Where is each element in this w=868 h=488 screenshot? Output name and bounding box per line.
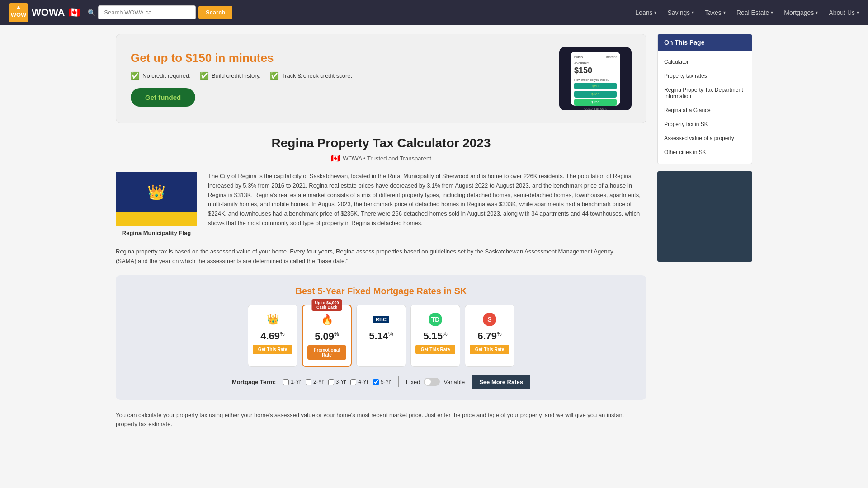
term-2yr-checkbox[interactable] (306, 379, 311, 385)
sidebar-link-assessed-value[interactable]: Assessed value of a property (658, 131, 752, 145)
mortgage-cards: 👑 4.69% Get This Rate Up to $4,000Cash B… (128, 305, 634, 367)
get-rate-button[interactable]: Get This Rate (470, 345, 509, 354)
ad-feature-2: ✅ Build credit history. (200, 71, 261, 80)
chevron-down-icon: ▾ (692, 10, 694, 15)
get-funded-button[interactable]: Get funded (131, 88, 195, 107)
ad-feature-label: No credit required. (142, 72, 191, 79)
page-title: Regina Property Tax Calculator 2023 (116, 136, 646, 150)
nav-mortgages[interactable]: Mortgages ▾ (784, 9, 818, 16)
get-rate-button[interactable]: Get This Rate (415, 345, 455, 354)
intro-text: The City of Regina is the capital city o… (208, 172, 646, 228)
mortgage-card-rbc: RBC 5.14% (356, 305, 406, 367)
lender-logo: 👑 (253, 311, 292, 328)
mortgage-term-highlight: 5-Year Fixed (317, 286, 371, 296)
check-icon: ✅ (270, 71, 279, 80)
canada-flag-icon: 🇨🇦 (331, 154, 340, 163)
crown-icon: 👑 (147, 183, 165, 201)
search-input[interactable] (98, 5, 196, 19)
crown-icon: 👑 (267, 314, 279, 325)
ad-headline: Get up to $150 in minutes (131, 51, 352, 65)
ad-banner-text: Get up to $150 in minutes ✅ No credit re… (131, 51, 352, 107)
fixed-label: Fixed (406, 379, 420, 385)
rate-value: 5.15% (415, 330, 455, 342)
ad-feature-1: ✅ No credit required. (131, 71, 191, 80)
mortgage-section: Best 5-Year Fixed Mortgage Rates in SK 👑… (116, 275, 646, 400)
check-icon: ✅ (200, 71, 209, 80)
nav-about[interactable]: About Us ▾ (829, 9, 859, 16)
toggle-knob (425, 379, 431, 385)
term-2yr[interactable]: 2-Yr (306, 379, 324, 385)
on-this-page-header: On This Page (658, 34, 752, 51)
chevron-down-icon: ▾ (771, 10, 773, 15)
logo-text: WOWA (32, 7, 65, 19)
check-icon: ✅ (131, 71, 140, 80)
lender-logo: RBC (361, 311, 401, 328)
chevron-down-icon: ▾ (857, 10, 859, 15)
sidebar-link-property-tax-rates[interactable]: Property tax rates (658, 69, 752, 83)
on-this-page-links: Calculator Property tax rates Regina Pro… (658, 51, 752, 164)
lender-logo: TD (415, 311, 455, 328)
ad-feature-label: Build credit history. (212, 72, 261, 79)
rate-sup: % (497, 330, 502, 337)
lender-logo: 🔥 (307, 312, 346, 328)
rate-sup: % (334, 331, 339, 337)
sidebar-link-other-cities[interactable]: Other cities in SK (658, 145, 752, 159)
term-3yr[interactable]: 3-Yr (328, 379, 346, 385)
chevron-down-icon: ▾ (723, 10, 726, 15)
sidebar-link-property-tax-sk[interactable]: Property tax in SK (658, 117, 752, 131)
ad-feature-label: Track & check credit score. (282, 72, 352, 79)
svg-text:WOW: WOW (11, 11, 27, 18)
rate-value: 4.69% (253, 330, 292, 342)
calc-description: You can calculate your property tax usin… (116, 411, 646, 430)
intro-section: 👑 Regina Municipality Flag The City of R… (116, 172, 646, 236)
on-this-page: On This Page Calculator Property tax rat… (657, 34, 752, 164)
nav-loans[interactable]: Loans ▾ (635, 9, 656, 16)
sidebar-link-glance[interactable]: Regina at a Glance (658, 103, 752, 117)
rate-toggle: Fixed Variable (406, 378, 465, 386)
term-5yr[interactable]: 5-Yr (373, 379, 391, 385)
search-icon: 🔍 (88, 9, 95, 16)
page-container: Get up to $150 in minutes ✅ No credit re… (108, 25, 760, 438)
mortgage-card-fire: Up to $4,000Cash Back 🔥 5.09% Promotiona… (302, 305, 352, 367)
tax-note: Regina property tax is based on the asse… (116, 247, 646, 266)
s-logo: S (483, 313, 496, 326)
term-4yr-checkbox[interactable] (350, 379, 356, 385)
term-1yr[interactable]: 1-Yr (283, 379, 301, 385)
site-logo[interactable]: WOW WOWA 🇨🇦 (9, 3, 80, 22)
ad-feature-3: ✅ Track & check credit score. (270, 71, 352, 80)
nav-savings[interactable]: Savings ▾ (667, 9, 694, 16)
canada-flag-icon: 🇨🇦 (68, 7, 80, 19)
trusted-text: WOWA • Trusted and Transparent (343, 155, 431, 162)
term-1yr-checkbox[interactable] (283, 379, 289, 385)
get-rate-button[interactable]: Get This Rate (253, 345, 292, 354)
variable-label: Variable (443, 379, 465, 385)
fixed-variable-toggle[interactable] (424, 378, 440, 386)
term-options: 1-Yr 2-Yr 3-Yr 4-Yr 5-Yr (283, 379, 391, 385)
rate-value: 5.14% (361, 330, 401, 342)
cash-back-badge: Up to $4,000Cash Back (311, 299, 342, 311)
sidebar-ad (657, 171, 752, 262)
nav-real-estate[interactable]: Real Estate ▾ (736, 9, 773, 16)
term-5yr-checkbox[interactable] (373, 379, 379, 385)
term-4yr[interactable]: 4-Yr (350, 379, 368, 385)
mortgage-card-crown: 👑 4.69% Get This Rate (248, 305, 297, 367)
sidebar-link-calculator[interactable]: Calculator (658, 55, 752, 69)
city-flag-image: 👑 (116, 172, 197, 226)
navbar: WOW WOWA 🇨🇦 🔍 Search Loans ▾ Savings ▾ T… (0, 0, 868, 25)
promotional-rate-button[interactable]: Promotional Rate (307, 345, 346, 360)
rate-value: 6.79% (470, 330, 509, 342)
rate-value: 5.09% (307, 331, 346, 343)
rate-sup: % (443, 330, 448, 337)
ad-features: ✅ No credit required. ✅ Build credit his… (131, 71, 352, 80)
see-more-rates-button[interactable]: See More Rates (472, 375, 530, 389)
vertical-divider (398, 376, 399, 387)
sidebar-link-dept-info[interactable]: Regina Property Tax Department Informati… (658, 83, 752, 103)
rate-sup: % (388, 330, 393, 337)
city-flag-label: Regina Municipality Flag (116, 230, 197, 236)
phone-mockup: nybio Instant Available $150 How much do… (571, 52, 620, 106)
term-3yr-checkbox[interactable] (328, 379, 334, 385)
search-bar: 🔍 Search (88, 5, 232, 19)
nav-taxes[interactable]: Taxes ▾ (705, 9, 726, 16)
rbc-logo: RBC (373, 316, 389, 323)
search-button[interactable]: Search (198, 6, 232, 19)
